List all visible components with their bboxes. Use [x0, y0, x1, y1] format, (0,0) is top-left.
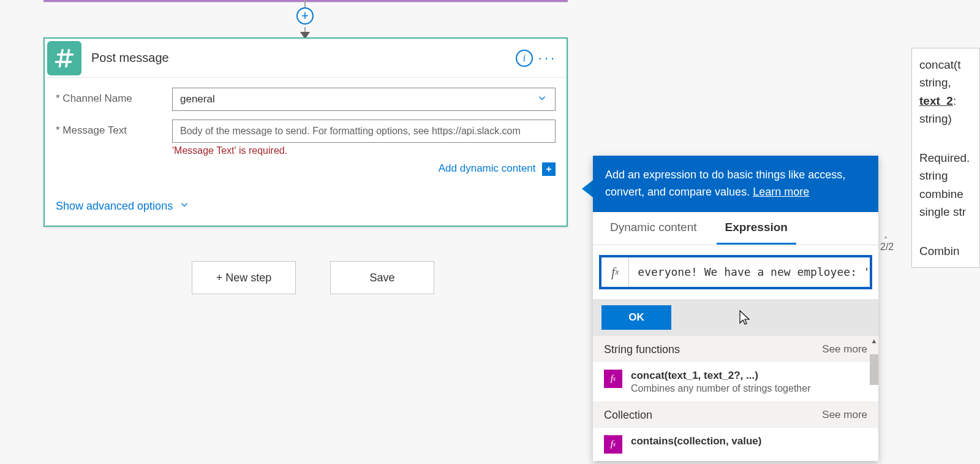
tooltip-line: text_2:: [919, 92, 979, 110]
dynamic-content-badge-icon[interactable]: [542, 162, 556, 176]
save-button[interactable]: Save: [330, 261, 434, 294]
select-value: general: [180, 93, 215, 105]
function-signature-tooltip: concat(t string, text_2: string) Require…: [911, 48, 980, 268]
show-advanced-options-link[interactable]: Show advanced options: [56, 199, 190, 213]
tooltip-line: Combin: [919, 242, 979, 260]
info-button[interactable]: i: [513, 47, 536, 70]
svg-line-3: [66, 50, 69, 66]
section-title: Collection: [604, 409, 652, 422]
expression-input[interactable]: everyone! We have a new employee: ', ): [629, 265, 870, 278]
chevron-down-icon: [179, 199, 190, 213]
info-icon: i: [516, 50, 533, 67]
expression-input-box[interactable]: fx everyone! We have a new employee: ', …: [599, 255, 872, 289]
footer-buttons: + New step Save: [192, 261, 434, 294]
flow-connector: +: [299, 0, 311, 40]
add-dynamic-content-link[interactable]: Add dynamic content: [439, 162, 536, 174]
result-counter: 2/2: [880, 242, 894, 253]
channel-select[interactable]: general: [172, 88, 556, 111]
dynamic-content-row: Add dynamic content: [56, 162, 556, 176]
card-header[interactable]: Post message i ···: [45, 39, 567, 78]
scrollbar-thumb[interactable]: [870, 354, 878, 385]
plus-glyph: +: [301, 9, 309, 23]
panel-callout-pointer: [582, 180, 593, 197]
field-label: * Message Text: [56, 120, 172, 137]
tab-expression[interactable]: Expression: [717, 212, 796, 245]
banner-text: Add an expression to do basic things lik…: [605, 169, 845, 198]
function-contains[interactable]: fx contains(collection, value): [593, 428, 878, 461]
tooltip-line: combine: [919, 185, 979, 203]
section-title: String functions: [604, 343, 680, 356]
tooltip-line: string: [919, 167, 979, 184]
chevron-down-icon: [537, 93, 548, 107]
see-more-link[interactable]: See more: [822, 409, 867, 421]
fx-icon: fx: [601, 257, 629, 287]
advanced-label: Show advanced options: [56, 200, 173, 213]
panel-banner: Add an expression to do basic things lik…: [593, 156, 878, 212]
card-title: Post message: [91, 51, 513, 65]
expression-row: fx everyone! We have a new employee: ', …: [593, 245, 878, 299]
function-name: contains(collection, value): [631, 435, 762, 447]
tooltip-line: string): [919, 110, 979, 127]
connector-line: [304, 0, 306, 7]
cursor-icon: [739, 310, 751, 325]
function-name: concat(text_1, text_2?, ...): [631, 370, 810, 382]
function-concat[interactable]: fx concat(text_1, text_2?, ...) Combines…: [593, 362, 878, 401]
validation-error: 'Message Text' is required.: [172, 145, 556, 156]
learn-more-link[interactable]: Learn more: [753, 186, 809, 198]
message-text-input[interactable]: Body of the message to send. For formatt…: [172, 120, 556, 143]
tooltip-line: concat(t: [919, 56, 979, 74]
fx-chip-icon: fx: [604, 370, 622, 388]
tooltip-line: Required.: [919, 149, 979, 167]
card-body: * Channel Name general * Message Text Bo…: [45, 78, 567, 226]
required-asterisk: *: [56, 93, 60, 104]
add-step-plus-icon[interactable]: +: [296, 7, 314, 25]
see-more-link[interactable]: See more: [822, 343, 867, 356]
tab-dynamic-content[interactable]: Dynamic content: [601, 212, 706, 245]
field-label: * Channel Name: [56, 88, 172, 105]
field-channel-name: * Channel Name general: [56, 88, 556, 111]
label-text: Channel Name: [62, 93, 132, 104]
function-list: ▲ String functions See more fx concat(te…: [593, 336, 878, 461]
tooltip-line: string,: [919, 74, 979, 91]
placeholder-text: Body of the message to send. For formatt…: [180, 126, 521, 137]
slack-hash-icon: [47, 41, 81, 75]
ok-button[interactable]: OK: [601, 305, 671, 330]
panel-tabs: Dynamic content Expression: [593, 212, 878, 245]
card-menu-button[interactable]: ···: [536, 47, 559, 70]
section-collection: Collection See more: [593, 401, 878, 428]
required-asterisk: *: [56, 124, 60, 136]
post-message-card: Post message i ··· * Channel Name genera…: [43, 37, 568, 227]
field-message-text: * Message Text Body of the message to se…: [56, 120, 556, 156]
function-description: Combines any number of strings together: [631, 383, 810, 394]
expression-panel: Add an expression to do basic things lik…: [593, 156, 878, 461]
ok-row: OK: [593, 299, 878, 336]
label-text: Message Text: [62, 124, 127, 136]
tooltip-line: single str: [919, 203, 979, 221]
svg-line-2: [60, 50, 63, 66]
ellipsis-icon: ···: [538, 50, 557, 66]
new-step-button[interactable]: + New step: [192, 261, 296, 294]
scroll-up-icon[interactable]: ▲: [870, 336, 878, 346]
section-string-functions: String functions See more: [593, 336, 878, 362]
fx-chip-icon: fx: [604, 435, 622, 454]
